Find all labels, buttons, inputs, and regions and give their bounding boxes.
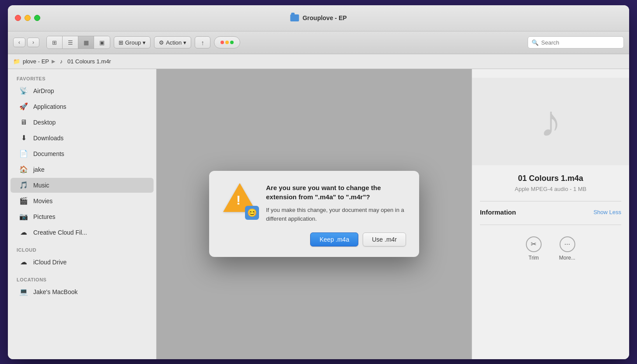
sidebar-item-airdrop[interactable]: 📡 AirDrop xyxy=(10,83,154,98)
sidebar-item-label: Pictures xyxy=(33,213,56,220)
show-less-link[interactable]: Show Less xyxy=(593,209,621,215)
gallery-view-button[interactable]: ▣ xyxy=(94,36,110,49)
sidebar-item-movies[interactable]: 🎬 Movies xyxy=(10,194,154,208)
preview-meta: Apple MPEG-4 audio - 1 MB xyxy=(514,186,586,192)
sidebar-item-music[interactable]: 🎵 Music xyxy=(10,178,154,193)
sidebar-item-applications[interactable]: 🚀 Applications xyxy=(10,99,154,114)
more-label: More... xyxy=(559,255,575,261)
sidebar: Favorites 📡 AirDrop 🚀 Applications 🖥 Des… xyxy=(8,69,157,359)
gear-icon: ⚙ xyxy=(159,39,164,46)
favorites-header: Favorites xyxy=(8,69,156,83)
preview-divider-2 xyxy=(480,225,621,225)
sidebar-item-jakes-macbook[interactable]: 💻 Jake's MacBook xyxy=(10,284,154,299)
back-button[interactable]: ‹ xyxy=(13,38,25,47)
creative-cloud-icon: ☁ xyxy=(19,228,28,237)
maximize-button[interactable] xyxy=(34,15,40,21)
downloads-icon: ⬇ xyxy=(19,134,28,142)
tag-dot-yellow xyxy=(225,41,229,44)
trim-label: Trim xyxy=(528,255,539,261)
group-button[interactable]: ⊞ Group ▾ xyxy=(114,36,150,49)
music-note-icon: ♪ xyxy=(540,96,562,146)
dialog-overlay: 😊 Are you sure you want to change the ex… xyxy=(157,69,472,359)
sidebar-item-label: Movies xyxy=(33,198,52,205)
more-icon: ··· xyxy=(560,236,575,252)
sidebar-item-label: Documents xyxy=(33,150,64,157)
preview-divider xyxy=(480,201,621,201)
desktop-icon: 🖥 xyxy=(19,118,28,127)
sidebar-item-icloud-drive[interactable]: ☁ iCloud Drive xyxy=(10,255,154,270)
dialog-buttons: Keep .m4a Use .m4r xyxy=(222,232,406,246)
minimize-button[interactable] xyxy=(24,15,31,21)
dialog-body: 😊 Are you sure you want to change the ex… xyxy=(222,183,406,223)
pictures-icon: 📷 xyxy=(19,212,28,221)
nav-buttons: ‹ › xyxy=(13,38,39,47)
sidebar-item-jake[interactable]: 🏠 jake xyxy=(10,162,154,177)
sidebar-item-downloads[interactable]: ⬇ Downloads xyxy=(10,131,154,146)
toolbar: ‹ › ⊞ ☰ ▦ ▣ ⊞ Group ▾ ⚙ xyxy=(8,31,629,54)
path-current[interactable]: ♪ 01 Colours 1.m4r xyxy=(58,58,111,65)
path-parent[interactable]: 📁 plove - EP xyxy=(13,58,49,65)
applications-icon: 🚀 xyxy=(19,102,28,111)
jake-icon: 🏠 xyxy=(19,165,28,174)
action-button[interactable]: ⚙ Action ▾ xyxy=(154,36,191,49)
extension-change-dialog: 😊 Are you sure you want to change the ex… xyxy=(209,171,419,257)
tag-dot-red xyxy=(220,41,224,44)
forward-button[interactable]: › xyxy=(27,38,39,47)
finder-badge-icon: 😊 xyxy=(245,206,259,220)
folder-icon xyxy=(290,14,299,21)
more-action[interactable]: ··· More... xyxy=(559,236,575,261)
locations-header: Locations xyxy=(8,270,156,284)
main-content: Favorites 📡 AirDrop 🚀 Applications 🖥 Des… xyxy=(8,69,629,359)
column-view-icon: ▦ xyxy=(84,39,89,46)
trim-icon: ✂ xyxy=(526,236,542,252)
file-list: 😊 Are you sure you want to change the ex… xyxy=(157,69,472,359)
tag-button[interactable] xyxy=(214,36,240,49)
sidebar-item-documents[interactable]: 📄 Documents xyxy=(10,146,154,161)
group-icon: ⊞ xyxy=(119,39,123,46)
search-icon: 🔍 xyxy=(532,39,539,46)
search-input[interactable] xyxy=(541,39,620,46)
dialog-message: If you make this change, your document m… xyxy=(266,206,406,223)
gallery-view-icon: ▣ xyxy=(99,39,105,46)
sidebar-item-label: Jake's MacBook xyxy=(33,288,78,295)
sidebar-item-pictures[interactable]: 📷 Pictures xyxy=(10,209,154,224)
list-view-button[interactable]: ☰ xyxy=(63,36,78,49)
preview-icon-area: ♪ xyxy=(472,78,629,165)
icloud-header: iCloud xyxy=(8,240,156,254)
search-box[interactable]: 🔍 xyxy=(528,36,624,49)
title-bar: Grouplove - EP xyxy=(8,5,629,31)
preview-filename: 01 Colours 1.m4a xyxy=(509,174,592,183)
keep-extension-button[interactable]: Keep .m4a xyxy=(310,232,358,246)
group-chevron-icon: ▾ xyxy=(143,39,146,46)
sidebar-item-label: Applications xyxy=(33,103,66,110)
close-button[interactable] xyxy=(15,15,21,21)
back-icon: ‹ xyxy=(18,39,20,45)
info-label: Information xyxy=(480,208,516,216)
macbook-icon: 💻 xyxy=(19,288,28,296)
share-button[interactable]: ↑ xyxy=(195,36,210,49)
action-label: Action xyxy=(166,39,182,46)
column-view-button[interactable]: ▦ xyxy=(78,36,94,49)
sidebar-item-desktop[interactable]: 🖥 Desktop xyxy=(10,115,154,130)
icon-view-icon: ⊞ xyxy=(52,39,57,46)
title-bar-center: Grouplove - EP xyxy=(290,14,346,21)
sidebar-item-label: AirDrop xyxy=(33,87,54,94)
sidebar-item-label: Creative Cloud Fil... xyxy=(33,229,87,236)
forward-icon: › xyxy=(32,39,34,45)
path-bar: 📁 plove - EP ▶ ♪ 01 Colours 1.m4r xyxy=(8,54,629,69)
dialog-title: Are you sure you want to change the exte… xyxy=(266,183,406,201)
traffic-lights xyxy=(8,15,40,21)
sidebar-item-creative-cloud[interactable]: ☁ Creative Cloud Fil... xyxy=(10,225,154,240)
use-extension-button[interactable]: Use .m4r xyxy=(363,232,406,246)
music-icon: 🎵 xyxy=(19,181,28,190)
trim-action[interactable]: ✂ Trim xyxy=(526,236,542,261)
view-buttons: ⊞ ☰ ▦ ▣ xyxy=(46,36,110,49)
preview-panel: ♪ 01 Colours 1.m4a Apple MPEG-4 audio - … xyxy=(472,69,629,359)
dialog-text: Are you sure you want to change the exte… xyxy=(266,183,406,223)
dialog-icon: 😊 xyxy=(222,183,257,218)
preview-info-header: Information Show Less xyxy=(480,208,621,216)
sidebar-item-label: Music xyxy=(33,182,49,189)
list-view-icon: ☰ xyxy=(68,39,73,46)
icon-view-button[interactable]: ⊞ xyxy=(47,36,63,49)
icloud-drive-icon: ☁ xyxy=(19,258,28,267)
